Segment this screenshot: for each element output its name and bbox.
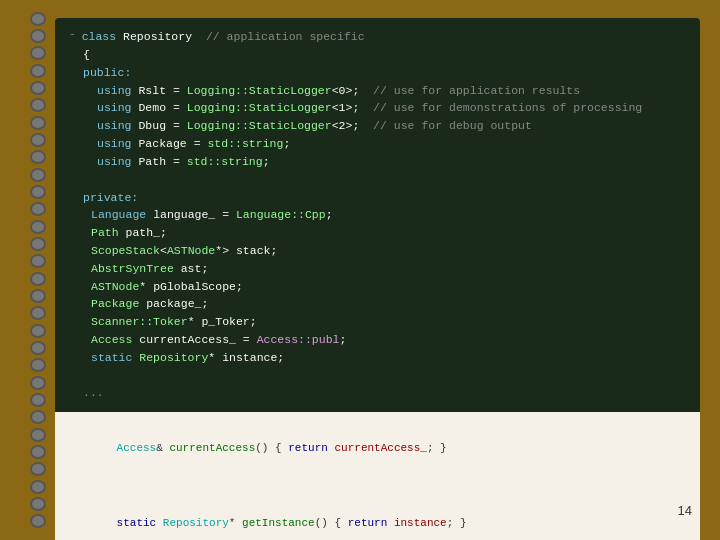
spiral-loop bbox=[30, 46, 46, 60]
spiral-loop bbox=[30, 185, 46, 199]
code-line-bot: static Repository* getInstance() { retur… bbox=[69, 495, 686, 540]
spiral-loop bbox=[30, 324, 46, 338]
code-line: using Package = std::string; bbox=[69, 135, 686, 153]
code-line-bot: Access& currentAccess() { return current… bbox=[69, 420, 686, 476]
spiral-loop bbox=[30, 393, 46, 407]
spiral-loop bbox=[30, 341, 46, 355]
spiral-loop bbox=[30, 272, 46, 286]
spiral-loop bbox=[30, 168, 46, 182]
code-line: Package package_; bbox=[69, 295, 686, 313]
code-line: ScopeStack<ASTNode*> stack; bbox=[69, 242, 686, 260]
spiral-loop bbox=[30, 376, 46, 390]
spiral-loop bbox=[30, 254, 46, 268]
code-line: using Rslt = Logging::StaticLogger<0>; /… bbox=[69, 82, 686, 100]
spiral-loop bbox=[30, 237, 46, 251]
page-number: 14 bbox=[678, 503, 692, 518]
spiral-loop bbox=[30, 202, 46, 216]
spiral-loop bbox=[30, 358, 46, 372]
spiral-loop bbox=[30, 116, 46, 130]
spiral-loop bbox=[30, 514, 46, 528]
spiral-loop bbox=[30, 462, 46, 476]
code-line: Scanner::Toker* p_Toker; bbox=[69, 313, 686, 331]
code-line: ASTNode* pGlobalScope; bbox=[69, 278, 686, 296]
code-container: ⁻ class Repository // application specif… bbox=[55, 18, 700, 522]
spiral-loop bbox=[30, 133, 46, 147]
spiral-loop bbox=[30, 150, 46, 164]
spiral-loop bbox=[30, 12, 46, 26]
spiral-loop bbox=[30, 98, 46, 112]
spiral-loop bbox=[30, 306, 46, 320]
code-line: Path path_; bbox=[69, 224, 686, 242]
code-line: AbstrSynTree ast; bbox=[69, 260, 686, 278]
code-line: Language language_ = Language::Cpp; bbox=[69, 206, 686, 224]
code-line: private: bbox=[69, 189, 686, 207]
code-line bbox=[69, 367, 686, 385]
code-block-top: ⁻ class Repository // application specif… bbox=[55, 18, 700, 412]
code-block-bottom: Access& currentAccess() { return current… bbox=[55, 412, 700, 540]
code-line: using Dbug = Logging::StaticLogger<2>; /… bbox=[69, 117, 686, 135]
keyword-class: class bbox=[82, 28, 123, 46]
spiral-loop bbox=[30, 445, 46, 459]
spiral-binding bbox=[28, 10, 48, 530]
brace: { bbox=[83, 46, 90, 64]
code-line: ... bbox=[69, 384, 686, 402]
spiral-loop bbox=[30, 289, 46, 303]
code-line: using Demo = Logging::StaticLogger<1>; /… bbox=[69, 99, 686, 117]
code-line: { bbox=[69, 46, 686, 64]
spiral-loop bbox=[30, 64, 46, 78]
comment: // application specific bbox=[206, 28, 365, 46]
code-line: Access currentAccess_ = Access::publ; bbox=[69, 331, 686, 349]
spiral-loop bbox=[30, 81, 46, 95]
spiral-loop bbox=[30, 220, 46, 234]
class-name: Repository bbox=[123, 28, 206, 46]
expand-icon: ⁻ bbox=[69, 29, 76, 46]
spiral-loop bbox=[30, 497, 46, 511]
spiral-loop bbox=[30, 480, 46, 494]
code-line: ⁻ class Repository // application specif… bbox=[69, 28, 686, 46]
spiral-loop bbox=[30, 29, 46, 43]
code-line-bot bbox=[69, 476, 686, 495]
code-line: static Repository* instance; bbox=[69, 349, 686, 367]
kw-public: public: bbox=[83, 64, 131, 82]
code-line: public: bbox=[69, 64, 686, 82]
spiral-loop bbox=[30, 410, 46, 424]
code-line bbox=[69, 171, 686, 189]
spiral-loop bbox=[30, 428, 46, 442]
code-line: using Path = std::string; bbox=[69, 153, 686, 171]
